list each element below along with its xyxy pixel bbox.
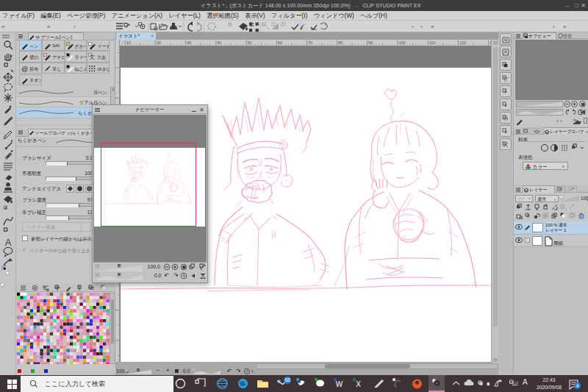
- svg-text:@: @: [21, 65, 28, 73]
- svg-text:‹: ‹: [412, 24, 414, 30]
- svg-text:A: A: [5, 237, 12, 248]
- svg-text:80: 80: [338, 40, 343, 45]
- svg-text:120: 120: [459, 40, 466, 45]
- svg-text:W: W: [336, 380, 343, 388]
- svg-text:»: »: [563, 24, 567, 30]
- svg-text:30: 30: [187, 40, 191, 45]
- svg-text:40: 40: [217, 40, 221, 45]
- svg-text:«: «: [1, 24, 5, 30]
- svg-text:100: 100: [399, 40, 406, 45]
- svg-text:10: 10: [126, 40, 131, 45]
- svg-text:›: ›: [553, 24, 555, 30]
- svg-text:20: 20: [157, 40, 161, 45]
- svg-text:50: 50: [248, 40, 252, 45]
- svg-text:X: X: [356, 380, 361, 388]
- svg-text:«: «: [47, 24, 51, 30]
- svg-text:文: 文: [90, 54, 95, 60]
- svg-text:110: 110: [429, 40, 436, 45]
- svg-text:»: »: [431, 24, 434, 30]
- svg-text:›: ›: [420, 24, 423, 30]
- svg-text:70: 70: [308, 40, 312, 45]
- svg-text:‹: ‹: [74, 24, 76, 30]
- svg-text:60: 60: [278, 40, 282, 45]
- svg-text:90: 90: [368, 40, 373, 45]
